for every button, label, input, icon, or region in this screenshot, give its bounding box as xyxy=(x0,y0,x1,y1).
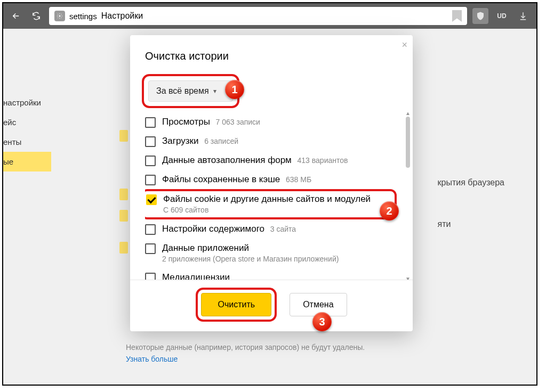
settings-icon xyxy=(54,11,65,21)
option-sub: 638 МБ xyxy=(286,175,311,184)
option-label: Данные автозаполнения форм xyxy=(162,155,292,165)
option-row[interactable]: Файлы сохраненные в кэше 638 МБ xyxy=(145,170,397,189)
option-label: Настройки содержимого xyxy=(162,224,264,234)
dialog-footer: Очистить Отмена xyxy=(130,280,413,331)
checkbox[interactable] xyxy=(145,273,156,280)
address-prefix: settings xyxy=(69,12,97,21)
callout-badge-1: 1 xyxy=(225,80,244,99)
sidebar-item[interactable]: енты xyxy=(3,132,51,152)
options-list: Просмотры 7 063 записи Загрузки 6 записе… xyxy=(145,112,405,280)
checkbox[interactable] xyxy=(145,175,156,185)
scroll-thumb[interactable] xyxy=(406,117,410,168)
scroll-up-icon[interactable]: ▲ xyxy=(405,112,411,116)
callout-highlight-3: Очистить xyxy=(196,288,277,322)
option-row[interactable]: Настройки содержимого 3 сайта xyxy=(145,219,397,239)
sidebar: настройки ейс енты ые xyxy=(3,93,51,172)
clear-history-dialog: × Очистка истории За всё время ▾ Просмот… xyxy=(130,35,413,331)
option-row[interactable]: Медиалицензии xyxy=(145,268,397,280)
svg-point-0 xyxy=(59,15,61,17)
ublock-icon[interactable]: UD xyxy=(494,8,510,24)
bg-text-line: крытия браузера xyxy=(438,162,504,203)
option-sub: 7 063 записи xyxy=(216,118,260,126)
option-label: Данные приложений xyxy=(162,243,249,253)
bookmark-icon[interactable] xyxy=(452,10,462,22)
callout-highlight-1: За всё время ▾ xyxy=(142,74,239,108)
sidebar-item-active[interactable]: ые xyxy=(3,152,51,172)
option-sub: 3 сайта xyxy=(270,225,296,233)
reload-button[interactable] xyxy=(29,9,44,23)
downloads-icon[interactable] xyxy=(515,8,531,24)
option-row[interactable]: Данные автозаполнения форм 413 вариантов xyxy=(145,151,397,170)
option-row[interactable]: Загрузки 6 записей xyxy=(145,132,397,151)
option-row-highlighted[interactable]: Файлы cookie и другие данные сайтов и мо… xyxy=(145,189,397,219)
option-label: Файлы cookie и другие данные сайтов и мо… xyxy=(163,194,371,204)
scroll-down-icon[interactable]: ▼ xyxy=(405,276,411,280)
option-label: Просмотры xyxy=(162,117,210,127)
highlight-mark xyxy=(119,210,128,222)
dialog-title: Очистка истории xyxy=(130,35,413,69)
footer-note-area: Некоторые данные (например, история запр… xyxy=(126,343,365,363)
browser-toolbar: settings Настройки UD xyxy=(3,3,536,29)
option-sub: С 609 сайтов xyxy=(163,206,391,215)
sidebar-item[interactable]: ейс xyxy=(3,112,51,132)
option-label: Файлы сохраненные в кэше xyxy=(162,174,280,184)
footer-note: Некоторые данные (например, история запр… xyxy=(126,343,365,352)
option-label: Загрузки xyxy=(162,136,198,146)
bg-text-line: яти xyxy=(438,203,504,245)
bg-text: крытия браузера яти xyxy=(438,162,504,245)
option-sub: 2 приложения (Opera store и Магазин прил… xyxy=(162,255,397,264)
checkbox[interactable] xyxy=(145,224,156,235)
callout-badge-3: 3 xyxy=(312,312,332,331)
scrollbar[interactable]: ▲ ▼ xyxy=(405,112,411,280)
option-row[interactable]: Данные приложений 2 приложения (Opera st… xyxy=(145,239,397,268)
time-range-select[interactable]: За всё время ▾ xyxy=(148,80,233,102)
option-row[interactable]: Просмотры 7 063 записи xyxy=(145,112,397,132)
back-button[interactable] xyxy=(9,9,23,23)
time-range-label: За всё время xyxy=(156,86,209,96)
highlight-mark xyxy=(119,242,128,254)
option-sub: 6 записей xyxy=(204,137,238,145)
chevron-down-icon: ▾ xyxy=(213,87,216,95)
sidebar-item[interactable]: настройки xyxy=(3,93,51,112)
checkbox[interactable] xyxy=(145,117,156,128)
address-text: Настройки xyxy=(101,11,143,21)
checkbox-checked[interactable] xyxy=(146,194,157,205)
checkbox[interactable] xyxy=(145,156,156,166)
checkbox[interactable] xyxy=(145,243,156,254)
highlight-mark xyxy=(119,130,128,142)
clear-button[interactable]: Очистить xyxy=(201,293,271,316)
footer-link[interactable]: Узнать больше xyxy=(126,355,365,363)
checkbox[interactable] xyxy=(145,136,156,147)
option-sub: 413 вариантов xyxy=(298,156,348,165)
callout-badge-2: 2 xyxy=(380,201,399,220)
option-label: Медиалицензии xyxy=(162,272,230,280)
close-icon[interactable]: × xyxy=(402,39,407,51)
shield-icon[interactable] xyxy=(472,8,488,24)
address-bar[interactable]: settings Настройки xyxy=(49,7,467,25)
highlight-mark xyxy=(119,189,128,200)
